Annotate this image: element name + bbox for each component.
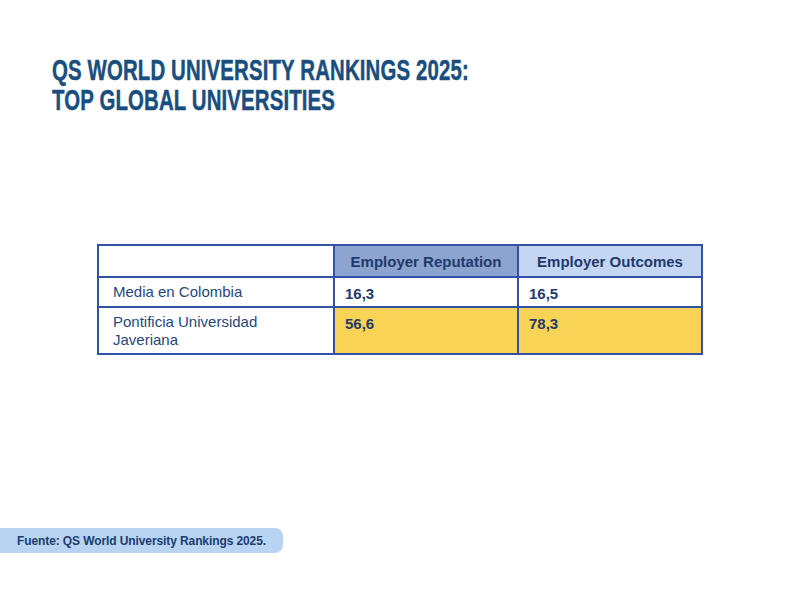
header-cell-employer-reputation: Employer Reputation <box>334 245 518 277</box>
row-label-media-en-colombia: Media en Colombia <box>98 277 334 307</box>
slide-canvas: QS WORLD UNIVERSITY RANKINGS 2025: TOP G… <box>0 0 800 600</box>
cell-javeriana-employer-outcomes: 78,3 <box>518 307 702 354</box>
cell-media-employer-outcomes: 16,5 <box>518 277 702 307</box>
header-cell-empty <box>98 245 334 277</box>
title-line-1: QS WORLD UNIVERSITY RANKINGS 2025: <box>52 55 469 85</box>
cell-media-employer-reputation: 16,3 <box>334 277 518 307</box>
header-cell-employer-outcomes: Employer Outcomes <box>518 245 702 277</box>
title-line-2: TOP GLOBAL UNIVERSITIES <box>52 85 469 115</box>
table-header-row: Employer Reputation Employer Outcomes <box>98 245 702 277</box>
rankings-table: Employer Reputation Employer Outcomes Me… <box>97 244 703 355</box>
page-title: QS WORLD UNIVERSITY RANKINGS 2025: TOP G… <box>52 55 665 115</box>
table-row-pontificia-universidad-javeriana: Pontificia Universidad Javeriana 56,6 78… <box>98 307 702 354</box>
table-row-media-en-colombia: Media en Colombia 16,3 16,5 <box>98 277 702 307</box>
source-badge: Fuente: QS World University Rankings 202… <box>0 528 283 553</box>
cell-javeriana-employer-reputation: 56,6 <box>334 307 518 354</box>
source-text: Fuente: QS World University Rankings 202… <box>17 534 266 548</box>
row-label-pontificia-universidad-javeriana: Pontificia Universidad Javeriana <box>98 307 334 354</box>
